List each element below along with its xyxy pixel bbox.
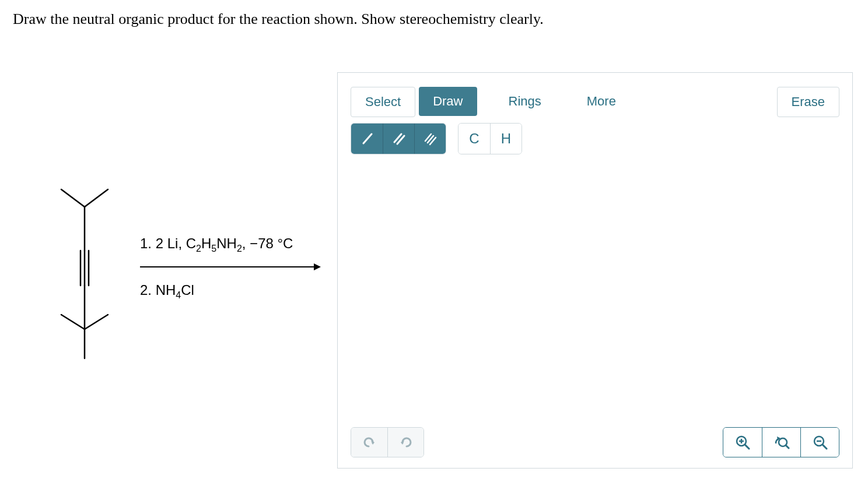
undo-button[interactable] — [351, 428, 387, 457]
carbon-atom-tool[interactable]: C — [459, 124, 490, 154]
svg-line-21 — [745, 445, 749, 449]
reaction-scheme: 1. 2 Li, C2H5NH2, −78 °C 2. NH4Cl — [29, 175, 321, 361]
reagent1-text-a: 1. 2 Li, C — [140, 235, 196, 251]
svg-line-8 — [85, 315, 108, 329]
select-mode-button[interactable]: Select — [351, 87, 415, 117]
bond-tool-group — [351, 123, 446, 154]
reagent2-text-a: 2. NH — [140, 282, 176, 298]
editor-top-toolbar: Select Draw Rings More Erase — [338, 73, 852, 123]
redo-button[interactable] — [387, 428, 424, 457]
erase-button[interactable]: Erase — [777, 87, 839, 117]
editor-sub-toolbar: C H — [338, 123, 852, 165]
editor-bottom-bar — [351, 427, 839, 457]
reagent1-sub-a: 2 — [196, 244, 201, 253]
hydrogen-atom-tool[interactable]: H — [490, 124, 522, 154]
svg-line-28 — [822, 445, 827, 449]
svg-line-12 — [363, 134, 372, 143]
zoom-reset-icon — [774, 434, 790, 450]
reagent1-text-c: NH — [216, 235, 237, 251]
svg-marker-11 — [314, 263, 321, 270]
question-prompt: Draw the neutral organic product for the… — [13, 10, 544, 28]
structure-editor: Select Draw Rings More Erase — [337, 72, 853, 469]
triple-bond-tool[interactable] — [414, 124, 446, 154]
undo-icon — [362, 435, 377, 450]
more-menu-button[interactable]: More — [573, 87, 630, 116]
svg-line-1 — [85, 189, 108, 207]
zoom-in-icon — [734, 434, 751, 450]
svg-line-7 — [61, 315, 85, 329]
reaction-arrow-block: 1. 2 Li, C2H5NH2, −78 °C 2. NH4Cl — [140, 235, 321, 301]
reagent-line-1: 1. 2 Li, C2H5NH2, −78 °C — [140, 235, 321, 254]
double-bond-tool[interactable] — [383, 124, 414, 154]
reagent-line-2: 2. NH4Cl — [140, 282, 321, 301]
zoom-reset-button[interactable] — [762, 428, 800, 457]
reagent1-sub-b: 5 — [211, 244, 216, 253]
svg-line-25 — [786, 445, 789, 448]
reagent2-sub-a: 4 — [176, 290, 181, 300]
reagent1-text-b: H — [201, 235, 211, 251]
reagent2-text-b: Cl — [181, 282, 194, 298]
zoom-out-button[interactable] — [800, 428, 839, 457]
zoom-group — [723, 427, 839, 457]
starting-material-structure — [29, 175, 123, 361]
redo-icon — [398, 435, 414, 450]
reaction-arrow — [140, 261, 321, 273]
svg-line-0 — [61, 189, 85, 207]
atom-tool-group: C H — [458, 123, 522, 154]
reagent1-text-d: , −78 °C — [242, 235, 293, 251]
single-bond-icon — [360, 132, 374, 146]
double-bond-icon — [392, 132, 406, 146]
reagent1-sub-c: 2 — [237, 244, 242, 253]
history-group — [351, 427, 424, 457]
zoom-out-icon — [812, 434, 828, 450]
draw-mode-button[interactable]: Draw — [419, 87, 477, 116]
single-bond-tool[interactable] — [351, 124, 383, 154]
triple-bond-icon — [424, 132, 438, 146]
zoom-in-button[interactable] — [723, 428, 762, 457]
rings-mode-button[interactable]: Rings — [495, 87, 555, 116]
